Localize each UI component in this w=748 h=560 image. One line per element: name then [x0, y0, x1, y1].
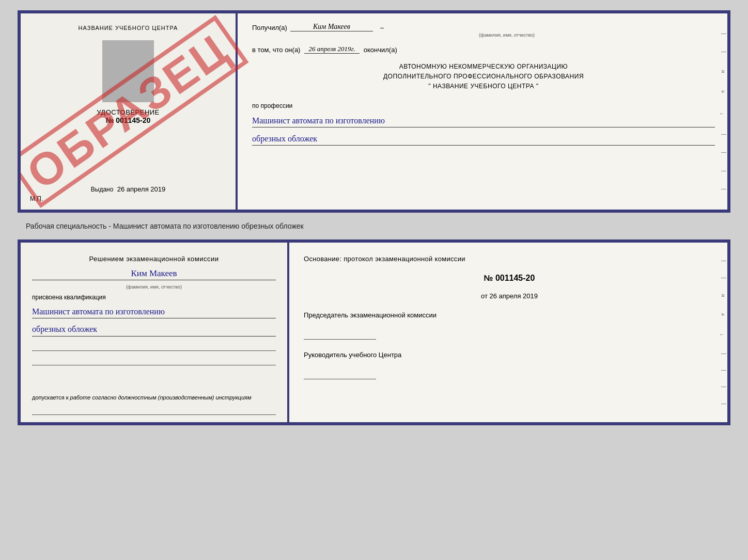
photo-placeholder [102, 40, 154, 102]
b-side-tick-4 [721, 370, 726, 371]
bottom-doc-left: Решением экзаменационной комиссии Ким Ма… [21, 243, 289, 422]
side-tick-3 [721, 134, 726, 135]
poluchil-label: Получил(а) [252, 24, 287, 31]
komissia-text: Решением экзаменационной комиссии [89, 255, 219, 263]
bottom-fio-subtext: (фамилия, имя, отчество) [32, 284, 276, 290]
bottom-document: Решением экзаменационной комиссии Ким Ма… [18, 239, 730, 425]
specialty-text: Рабочая специальность - Машинист автомат… [10, 222, 304, 230]
udost-label: УДОСТОВЕРЕНИЕ [97, 108, 160, 116]
okonchil-label: окончил(а) [364, 46, 397, 54]
mp-line: М.П. [30, 195, 43, 202]
vtom-row: в том, что он(а) 26 апреля 2019г. окончи… [252, 45, 715, 54]
vydano-date: 26 апреля 2019 [117, 185, 166, 193]
vydano-text: Выдано [91, 186, 114, 193]
bottom-side-decorations: и а ← [718, 243, 727, 422]
recipient-name: Ким Макеев [290, 23, 373, 31]
top-doc-left: НАЗВАНИЕ УЧЕБНОГО ЦЕНТРА ОБРАЗЕЦ УДОСТОВ… [21, 13, 238, 210]
po-professii-label: по профессии [252, 102, 715, 109]
b-side-tick-1 [721, 261, 726, 261]
chairman-block: Председатель экзаменационной комиссии [304, 311, 715, 340]
b-side-text-i: и [719, 294, 726, 297]
side-tick-1 [721, 34, 726, 34]
protocol-number: № 001145-20 [304, 274, 715, 283]
protocol-date-value: 26 апреля 2019 [490, 292, 538, 300]
side-tick-2 [721, 52, 726, 52]
side-tick-6 [721, 189, 726, 189]
b-side-text-a: а [719, 313, 726, 315]
blank-line-3 [32, 405, 276, 415]
poluchil-row: Получил(а) Ким Макеев – [252, 23, 715, 31]
kvalif-line1: Машинист автомата по изготовлению [32, 305, 276, 319]
ot-label: от [481, 292, 488, 300]
rukovoditel-sign-line [304, 369, 376, 379]
blank-line-1 [32, 341, 276, 351]
osnovanie-label: Основание: протокол экзаменационной коми… [304, 254, 715, 264]
side-text-arrow: ← [719, 110, 726, 116]
side-text-a: а [719, 90, 726, 92]
org-line2: ДОПОЛНИТЕЛЬНОГО ПРОФЕССИОНАЛЬНОГО ОБРАЗО… [252, 72, 715, 82]
vydano-line: Выдано 26 апреля 2019 [91, 178, 165, 193]
udost-number: № 001145-20 [106, 116, 150, 124]
prisvoena-label: присвоена квалификация [32, 294, 276, 301]
school-name-top: НАЗВАНИЕ УЧЕБНОГО ЦЕНТРА [79, 25, 178, 31]
side-tick-4 [721, 152, 726, 153]
b-side-tick-5 [721, 387, 726, 387]
top-document: НАЗВАНИЕ УЧЕБНОГО ЦЕНТРА ОБРАЗЕЦ УДОСТОВ… [18, 10, 730, 213]
b-side-tick-3 [721, 354, 726, 354]
rukovoditel-label: Руководитель учебного Центра [304, 351, 715, 359]
dopusk-prefix: допускается к [32, 394, 69, 401]
rukovoditel-block: Руководитель учебного Центра [304, 351, 715, 379]
profession-line2: обрезных обложек [252, 133, 715, 146]
side-decorations: и а ← [718, 13, 727, 210]
chairman-sign-line [304, 329, 376, 340]
b-side-text-arrow: ← [719, 331, 726, 337]
komissia-header: Решением экзаменационной комиссии [32, 254, 276, 264]
org-block: АВТОНОМНУЮ НЕКОММЕРЧЕСКУЮ ОРГАНИЗАЦИЮ ДО… [252, 62, 715, 92]
b-side-tick-6 [721, 404, 726, 404]
fio-subtext-top: (фамилия, имя, отчество) [299, 33, 715, 38]
chairman-label: Председатель экзаменационной комиссии [304, 311, 715, 319]
vtom-date: 26 апреля 2019г. [304, 45, 359, 54]
top-doc-right: Получил(а) Ким Макеев – (фамилия, имя, о… [238, 13, 727, 210]
bottom-name: Ким Макеев [32, 268, 276, 280]
org-line3: " НАЗВАНИЕ УЧЕБНОГО ЦЕНТРА " [252, 82, 715, 91]
bottom-doc-right: Основание: протокол экзаменационной коми… [289, 243, 727, 422]
blank-line-2 [32, 355, 276, 365]
dopusk-cursive: работе согласно должностным (производств… [70, 394, 252, 401]
b-side-tick-2 [721, 278, 726, 278]
kvalif-line2: обрезных обложек [32, 323, 276, 337]
profession-line1: Машинист автомата по изготовлению [252, 115, 715, 127]
side-tick-5 [721, 171, 726, 171]
dopusk-text: допускается к работе согласно должностны… [32, 394, 276, 401]
protocol-date: от 26 апреля 2019 [304, 292, 715, 300]
vtom-label: в том, что он(а) [252, 46, 300, 54]
org-line1: АВТОНОМНУЮ НЕКОММЕРЧЕСКУЮ ОРГАНИЗАЦИЮ [252, 62, 715, 72]
side-text-i: и [719, 70, 726, 73]
dash1: – [380, 24, 384, 31]
